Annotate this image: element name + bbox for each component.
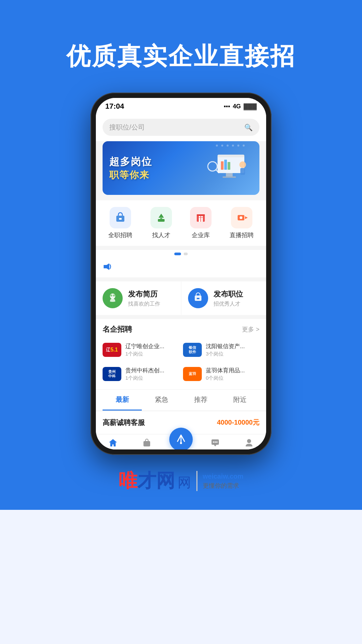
- resume-sub: 找喜欢的工作: [128, 301, 160, 308]
- nav-publish-button[interactable]: [169, 428, 193, 449]
- svg-rect-17: [199, 218, 200, 222]
- company-name-3: 蓝羽体育用品...: [206, 367, 245, 374]
- phone-inner: 17:04 ▪▪▪ 4G ▓▓▓ 搜职位/公司 🔍: [96, 98, 266, 449]
- brand-right: weicaiw.com 更懂你的需求: [203, 473, 244, 490]
- svg-point-4: [239, 161, 246, 168]
- signal-icon: ▪▪▪: [224, 103, 230, 110]
- dot-indicators: [96, 250, 266, 258]
- nav-jobs-icon: [142, 438, 152, 449]
- announce-bar: [96, 258, 266, 277]
- company-logo-2: 贵州中科: [103, 367, 121, 381]
- svg-point-33: [180, 442, 182, 444]
- menu-row: 全职招聘 找人才: [99, 207, 263, 239]
- fulltime-icon: [110, 207, 131, 228]
- company-logo-3: 蓝羽: [183, 367, 202, 381]
- menu-label-enterprise: 企业库: [192, 231, 210, 239]
- company-item-1[interactable]: 银信软件 沈阳银信资产... 3个岗位: [183, 340, 259, 360]
- nav-publish[interactable]: 发布: [164, 438, 198, 449]
- nav-messages[interactable]: 消息: [198, 438, 232, 449]
- footer-brand: 唯才网网 weicaiw.com 更懂你的需求: [0, 455, 362, 514]
- company-item-0[interactable]: 辽5.1 辽宁唯创企业... 1个岗位: [103, 340, 179, 360]
- svg-rect-16: [197, 215, 205, 222]
- svg-rect-19: [199, 216, 200, 217]
- section-more[interactable]: 更多 >: [242, 325, 259, 333]
- search-input[interactable]: 搜职位/公司 🔍: [103, 119, 259, 136]
- banner-line2: 职等你来: [109, 169, 152, 181]
- company-info-3: 蓝羽体育用品... 0个岗位: [206, 367, 245, 381]
- enterprise-icon: [190, 207, 212, 228]
- svg-marker-25: [104, 263, 109, 270]
- svg-rect-21: [197, 214, 205, 216]
- svg-rect-2: [226, 173, 233, 176]
- status-time: 17:04: [105, 102, 124, 111]
- enterprise-section: 名企招聘 更多 > 辽5.1 辽宁唯创企业... 1个岗位: [96, 319, 266, 389]
- job-title-text: 高薪诚聘客服: [103, 419, 145, 426]
- nav-messages-icon: [210, 438, 220, 449]
- resume-info: 发布简历 找喜欢的工作: [128, 289, 160, 308]
- search-icon: 🔍: [244, 123, 253, 131]
- post-job-icon: [188, 288, 208, 308]
- menu-item-live[interactable]: 直播招聘: [230, 207, 254, 239]
- resume-button[interactable]: 发布简历 找喜欢的工作: [96, 281, 181, 315]
- nav-jobs[interactable]: 职位: [130, 438, 164, 449]
- menu-label-fulltime: 全职招聘: [108, 231, 132, 239]
- svg-rect-8: [221, 161, 224, 170]
- svg-point-38: [216, 441, 218, 443]
- brand-divider: [196, 471, 197, 491]
- svg-rect-30: [197, 298, 199, 299]
- brand-rest: 才网: [137, 470, 175, 491]
- nav-profile[interactable]: 我的: [232, 438, 266, 449]
- battery-icon: ▓▓▓: [244, 103, 257, 110]
- company-info-2: 贵州中科杰创... 1个岗位: [125, 367, 164, 381]
- brand-network: 网: [178, 475, 191, 490]
- company-count-2: 1个岗位: [125, 375, 164, 381]
- tab-recommend[interactable]: 推荐: [181, 390, 220, 411]
- menu-label-talent: 找人才: [152, 231, 170, 239]
- company-item-3[interactable]: 蓝羽 蓝羽体育用品... 0个岗位: [183, 364, 259, 384]
- company-logo-1: 银信软件: [183, 343, 202, 357]
- post-job-title: 发布职位: [214, 289, 243, 299]
- tab-urgent[interactable]: 紧急: [142, 390, 181, 411]
- svg-point-39: [247, 439, 251, 443]
- menu-label-live: 直播招聘: [230, 231, 254, 239]
- svg-rect-15: [160, 217, 162, 219]
- speaker-icon: [103, 262, 112, 273]
- hero-title: 优质真实企业直接招: [0, 0, 362, 72]
- svg-rect-18: [201, 218, 203, 222]
- post-job-info: 发布职位 招优秀人才: [214, 289, 243, 308]
- banner[interactable]: 超多岗位 职等你来: [103, 141, 259, 195]
- brand-logo: 唯才网网 weicaiw.com 更懂你的需求: [119, 468, 244, 494]
- search-bar: 搜职位/公司 🔍: [96, 115, 266, 141]
- svg-rect-9: [224, 160, 227, 170]
- resume-icon: [103, 288, 123, 308]
- post-job-button[interactable]: 发布职位 招优秀人才: [181, 281, 266, 315]
- section-title: 名企招聘: [103, 324, 132, 334]
- svg-rect-13: [158, 219, 165, 222]
- tab-latest[interactable]: 最新: [103, 390, 142, 411]
- menu-item-enterprise[interactable]: 企业库: [190, 207, 212, 239]
- brand-url: weicaiw.com: [203, 473, 244, 480]
- dot-1: [174, 253, 181, 255]
- company-count-1: 3个岗位: [206, 351, 245, 357]
- section-header: 名企招聘 更多 >: [103, 324, 259, 334]
- company-count-3: 0个岗位: [206, 375, 245, 381]
- nav-home-icon: [108, 438, 118, 449]
- banner-line1: 超多岗位: [109, 155, 152, 169]
- post-job-sub: 招优秀人才: [214, 301, 243, 308]
- menu-item-fulltime[interactable]: 全职招聘: [108, 207, 132, 239]
- company-item-2[interactable]: 贵州中科 贵州中科杰创... 1个岗位: [103, 364, 179, 384]
- svg-rect-12: [119, 218, 122, 220]
- tab-nearby[interactable]: 附近: [220, 390, 259, 411]
- menu-grid: 全职招聘 找人才: [96, 200, 266, 246]
- nav-home[interactable]: 首页: [96, 438, 130, 449]
- svg-point-27: [110, 294, 112, 297]
- job-salary: 4000-10000元: [217, 418, 259, 427]
- company-grid: 辽5.1 辽宁唯创企业... 1个岗位 银信软件: [103, 340, 259, 384]
- svg-marker-35: [214, 445, 217, 446]
- menu-item-talent[interactable]: 找人才: [150, 207, 172, 239]
- svg-marker-23: [245, 216, 248, 219]
- phone-mockup: 17:04 ▪▪▪ 4G ▓▓▓ 搜职位/公司 🔍: [0, 93, 362, 455]
- brand-slogan: 更懂你的需求: [203, 482, 244, 490]
- job-title: 高薪诚聘客服: [103, 418, 145, 427]
- company-info-1: 沈阳银信资产... 3个岗位: [206, 342, 245, 357]
